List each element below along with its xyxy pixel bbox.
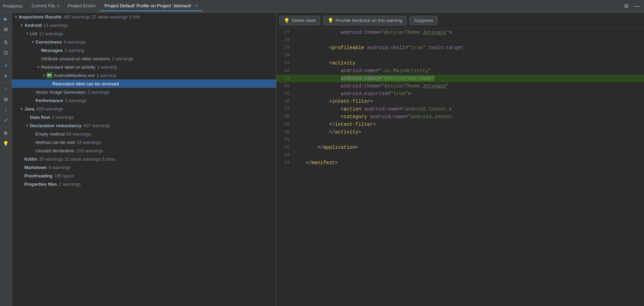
tree-markdown[interactable]: › Markdown 8 warnings <box>12 163 276 171</box>
tree-redundant-label[interactable]: ▼ Redundant label on activity 1 warning <box>12 63 276 71</box>
empty-method-count: 56 warnings <box>66 131 91 137</box>
tree-manifest-file[interactable]: ▼ MF AndroidManifest.xml 1 warning <box>12 71 276 79</box>
tree-lint[interactable]: ▼ Lint 11 warnings <box>12 29 276 38</box>
code-line-42: 42 </application> <box>276 144 644 151</box>
redundant-label-arrow: ▼ <box>36 65 41 69</box>
decl-redundancy-arrow: ▼ <box>24 124 30 128</box>
line-num-33: 33 <box>276 75 294 82</box>
tree-kotlin[interactable]: › Kotlin 35 warnings 21 weak warnings 5 … <box>12 155 276 163</box>
tree-decl-redundancy[interactable]: ▼ Declaration redundancy 407 warnings <box>12 121 276 130</box>
layout-button[interactable]: ⊞ <box>1 24 11 34</box>
tree-root[interactable]: ▼ Inspections Results 465 warnings 21 we… <box>12 13 276 21</box>
move-export-button[interactable]: ⊞ <box>1 94 11 104</box>
tree-redundant-can-be-removed[interactable]: Redundant label can be removed <box>12 79 276 88</box>
tree-empty-method[interactable]: › Empty method 56 warnings <box>12 130 276 138</box>
bulb-button[interactable]: 💡 <box>1 139 11 148</box>
attr-unused-arrow: › <box>36 57 41 61</box>
markdown-arrow: › <box>19 166 24 169</box>
tree-proofreading[interactable]: › Proofreading 185 typos <box>12 171 276 180</box>
suppress-label-text: Suppress <box>414 18 433 23</box>
line-content-44: </manifest> <box>304 159 644 167</box>
line-content-39: </intent-filter> <box>304 121 644 128</box>
suppress-button[interactable]: Suppress <box>409 16 438 25</box>
attr-unused-label: Attribute unused on older versions <box>41 56 110 61</box>
line-num-30: 30 <box>276 52 294 59</box>
root-count: 465 warnings 21 weak warnings 5 info <box>63 14 140 20</box>
tree-java[interactable]: ▼ Java 409 warnings <box>12 105 276 113</box>
redundant-label-text: Redundant label on activity <box>41 64 95 70</box>
performance-label: Performance <box>36 98 63 103</box>
manifest-label: AndroidManifest.xml <box>54 73 95 78</box>
code-line-28: 28 <box>276 36 644 44</box>
code-line-38: 38 <category android:name="android.inten… <box>276 113 644 121</box>
tree-correctness[interactable]: ▼ Correctness 6 warnings <box>12 38 276 46</box>
move-down-button[interactable]: ↓ <box>1 105 11 115</box>
data-flow-label: Data flow <box>30 115 50 120</box>
move-up-button[interactable]: ↑ <box>1 84 11 94</box>
minimize-icon[interactable]: — <box>633 2 641 10</box>
line-content-42: </application> <box>304 144 644 151</box>
tab-bar: Problems: Current File4 Project Errors '… <box>0 0 644 13</box>
line-content-33: android:label="@string/app_name" <box>304 75 644 82</box>
settings-icon[interactable]: ⚙ <box>622 2 630 10</box>
correctness-label: Correctness <box>36 39 62 45</box>
manifest-arrow: ▼ <box>41 74 47 77</box>
line-num-32: 32 <box>276 67 294 75</box>
line-num-40: 40 <box>276 128 294 136</box>
group-button[interactable]: ⊡ <box>1 48 11 58</box>
tree-method-void[interactable]: › Method can be void 32 warnings <box>12 138 276 146</box>
tree-unused-decl[interactable]: › Unused declaration 319 warnings <box>12 146 276 155</box>
tree-messages[interactable]: › Messages 1 warning <box>12 46 276 54</box>
toolbar-separator-3 <box>2 82 10 83</box>
tree-panel: ▼ Inspections Results 465 warnings 21 we… <box>12 13 276 306</box>
line-num-29: 29 <box>276 44 294 52</box>
filter-button[interactable]: ▼ <box>1 71 11 81</box>
sort-ascending-button[interactable]: ⇅ <box>1 37 11 47</box>
unused-decl-arrow: › <box>30 149 36 153</box>
tab-current-file[interactable]: Current File4 <box>28 1 64 11</box>
line-num-44: 44 <box>276 159 294 167</box>
line-content-32: android:name=".ui.MainActivity" <box>304 67 644 75</box>
delete-label-button[interactable]: 💡 Delete label <box>279 16 320 25</box>
manifest-count: 1 warning <box>96 73 116 78</box>
provide-feedback-button[interactable]: 💡 Provide feedback on this warning <box>323 16 407 25</box>
data-flow-count: 2 warnings <box>52 115 74 120</box>
line-num-27: 27 <box>276 29 294 36</box>
empty-method-arrow: › <box>30 132 36 136</box>
java-label: Java <box>24 106 34 112</box>
vector-count: 2 warnings <box>88 90 110 95</box>
decl-redundancy-count: 407 warnings <box>83 123 110 128</box>
method-void-label: Method can be void <box>36 140 75 145</box>
run-button[interactable]: ▶ <box>1 14 11 24</box>
empty-method-label: Empty method <box>36 131 65 137</box>
delete-label-text: Delete label <box>292 18 316 23</box>
left-toolbar: ▶ ⊞ ⇅ ⊡ ≡ ▼ ↑ ⊞ ↓ ⤢ ⚙ 💡 <box>0 13 12 306</box>
line-num-36: 36 <box>276 98 294 105</box>
vector-arrow: › <box>30 90 36 94</box>
tree-android[interactable]: ▼ Android 11 warnings <box>12 21 276 29</box>
tree-data-flow[interactable]: › Data flow 2 warnings <box>12 113 276 121</box>
tree-properties[interactable]: › Properties files 2 warnings <box>12 180 276 188</box>
sort-button[interactable]: ≡ <box>1 61 11 70</box>
tab-bar-right-controls: ⚙ — <box>622 2 641 10</box>
code-line-27: 27 android:theme="@style/Theme.Jetsnack"… <box>276 29 644 36</box>
line-num-41: 41 <box>276 136 294 144</box>
line-content-35: android:exported="true"> <box>304 90 644 98</box>
tab-project-errors[interactable]: Project Errors <box>64 1 100 11</box>
tree-performance[interactable]: › Performance 5 warnings <box>12 96 276 105</box>
tree-vector-image[interactable]: › Vector Image Generation 2 warnings <box>12 88 276 96</box>
code-line-41: 41 <box>276 136 644 144</box>
gear-settings-button[interactable]: ⚙ <box>1 128 11 138</box>
java-count: 409 warnings <box>36 106 63 112</box>
expand-button[interactable]: ⤢ <box>1 115 11 125</box>
line-content-40: </activity> <box>304 128 644 136</box>
tab-profile[interactable]: 'Project Default' Profile on Project 'Je… <box>100 1 202 11</box>
root-arrow: ▼ <box>13 15 19 19</box>
line-num-28: 28 <box>276 36 294 44</box>
line-num-38: 38 <box>276 113 294 121</box>
line-num-43: 43 <box>276 151 294 159</box>
tab-close-icon[interactable]: ✕ <box>195 3 198 8</box>
tree-attr-unused[interactable]: › Attribute unused on older versions 2 w… <box>12 54 276 63</box>
kotlin-arrow: › <box>19 157 24 161</box>
properties-arrow: › <box>19 182 24 186</box>
